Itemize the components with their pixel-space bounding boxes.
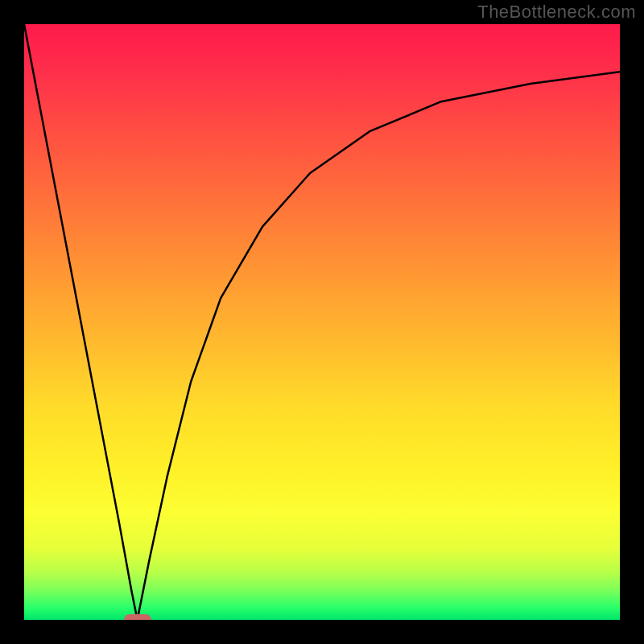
bottleneck-marker bbox=[124, 614, 151, 620]
right-branch-line bbox=[138, 72, 620, 620]
curve-layer bbox=[24, 24, 620, 620]
watermark-text: TheBottleneck.com bbox=[477, 2, 636, 23]
chart-frame: TheBottleneck.com bbox=[0, 0, 644, 644]
left-branch-line bbox=[24, 24, 138, 620]
plot-area bbox=[24, 24, 620, 620]
